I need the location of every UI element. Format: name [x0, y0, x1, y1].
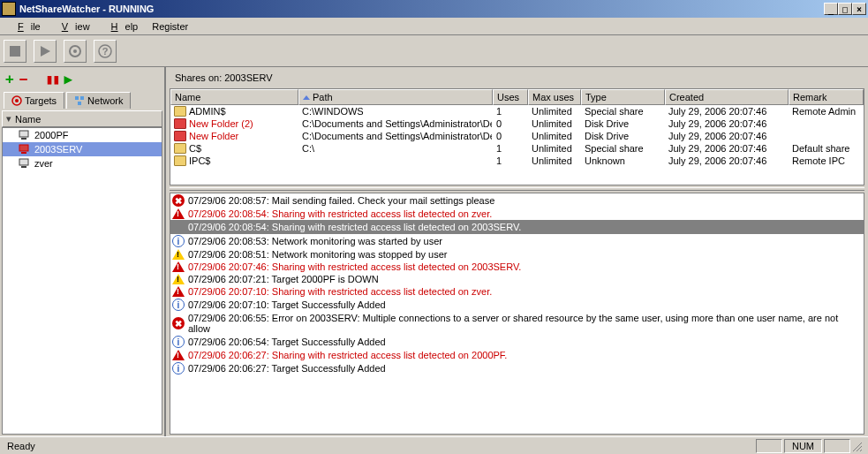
cell-path: C:\Documents and Settings\Administrator\… — [298, 130, 493, 142]
log-row[interactable]: ✖07/29/06 20:06:55: Error on 2003SERV: M… — [170, 312, 864, 335]
horizontal-splitter[interactable] — [170, 187, 864, 191]
toolbar: ? — [0, 35, 868, 67]
cell-max: Unlimited — [528, 105, 581, 117]
svg-rect-11 — [19, 131, 28, 137]
log-row[interactable]: ✖07/29/06 20:08:57: Mail sending failed.… — [170, 193, 864, 208]
computer-icon — [19, 158, 31, 169]
warning-icon — [172, 274, 185, 284]
log-row[interactable]: 07/29/06 20:08:54: Sharing with restrict… — [170, 208, 864, 220]
gear-icon — [68, 44, 82, 58]
menu-register[interactable]: Register — [145, 19, 195, 34]
log-text: 07/29/06 20:06:54: Target Successfully A… — [188, 337, 386, 347]
log-panel[interactable]: ✖07/29/06 20:08:57: Mail sending failed.… — [170, 193, 864, 435]
svg-rect-9 — [80, 96, 84, 100]
log-row[interactable]: 07/29/06 20:07:21: Target 2000PF is DOWN — [170, 273, 864, 285]
cell-uses: 0 — [493, 117, 528, 130]
col-max[interactable]: Max uses — [528, 89, 581, 105]
grid-row[interactable]: IPC$1UnlimitedUnknownJuly 29, 2006 20:07… — [170, 155, 864, 167]
shares-grid[interactable]: Name Path Uses Max uses Type Created Rem… — [170, 88, 864, 185]
col-type[interactable]: Type — [581, 89, 665, 105]
play-button[interactable] — [34, 40, 57, 63]
minimize-button[interactable]: _ — [824, 3, 838, 15]
pause-target-button[interactable]: ▮▮ — [45, 71, 58, 87]
cell-type: Unknown — [581, 155, 665, 167]
log-row[interactable]: 07/29/06 20:06:27: Sharing with restrict… — [170, 349, 864, 361]
cell-name: ADMIN$ — [170, 105, 298, 117]
menu-file[interactable]: File — [4, 19, 48, 34]
tab-network[interactable]: Network — [66, 92, 131, 109]
sort-indicator-icon: ▾ — [6, 113, 11, 125]
maximize-button[interactable]: □ — [838, 3, 852, 15]
svg-marker-1 — [41, 46, 50, 57]
svg-text:?: ? — [102, 46, 109, 57]
grid-row[interactable]: C$C:\1UnlimitedSpecial shareJuly 29, 200… — [170, 142, 864, 155]
tab-network-label: Network — [87, 95, 123, 106]
right-panel: Shares on: 2003SERV Name Path Uses Max u… — [166, 67, 868, 436]
grid-row[interactable]: New Folder (2)C:\Documents and Settings\… — [170, 117, 864, 130]
error-icon: ✖ — [172, 194, 185, 207]
cell-name: New Folder (2) — [170, 117, 298, 130]
tab-targets[interactable]: Targets — [4, 92, 64, 109]
cell-remark — [789, 117, 864, 130]
sort-asc-icon — [303, 95, 310, 100]
cell-name: New Folder — [170, 130, 298, 142]
grid-row[interactable]: ADMIN$C:\WINDOWS1UnlimitedSpecial shareJ… — [170, 105, 864, 117]
cell-max: Unlimited — [528, 155, 581, 167]
cell-created: July 29, 2006 20:07:46 — [665, 142, 789, 155]
menu-view[interactable]: View — [48, 19, 97, 34]
play-target-button[interactable]: ▶ — [64, 71, 73, 87]
tree-item[interactable]: 2000PF — [3, 128, 162, 142]
grid-row[interactable]: New FolderC:\Documents and Settings\Admi… — [170, 130, 864, 142]
svg-rect-12 — [21, 138, 26, 140]
col-name[interactable]: Name — [170, 89, 298, 105]
log-row[interactable]: 07/29/06 20:08:51: Network monitoring wa… — [170, 248, 864, 261]
svg-point-3 — [73, 49, 77, 53]
cell-created: July 29, 2006 20:07:46 — [665, 117, 789, 130]
add-target-button[interactable]: + — [5, 71, 14, 87]
settings-button[interactable] — [64, 40, 87, 63]
log-row[interactable]: 07/29/06 20:07:46: Sharing with restrict… — [170, 261, 864, 273]
log-text: 07/29/06 20:08:54: Sharing with restrict… — [188, 208, 492, 219]
cell-name: IPC$ — [170, 155, 298, 167]
svg-rect-10 — [78, 102, 81, 105]
log-row[interactable]: i07/29/06 20:07:10: Target Successfully … — [170, 298, 864, 312]
remove-target-button[interactable]: − — [19, 71, 28, 87]
cell-type: Disk Drive — [581, 117, 665, 130]
log-row[interactable]: 07/29/06 20:07:10: Sharing with restrict… — [170, 285, 864, 298]
cell-type: Disk Drive — [581, 130, 665, 142]
titlebar[interactable]: NetShareWatcher - RUNNING _ □ × — [0, 0, 868, 18]
help-button[interactable]: ? — [94, 40, 117, 63]
alert-icon — [172, 261, 185, 272]
stop-button[interactable] — [4, 40, 26, 63]
computer-icon — [19, 144, 31, 155]
folder-icon — [174, 143, 186, 154]
log-text: 07/29/06 20:07:46: Sharing with restrict… — [188, 261, 521, 272]
log-row[interactable]: i07/29/06 20:08:53: Network monitoring w… — [170, 234, 864, 248]
resize-grip[interactable] — [850, 440, 864, 452]
info-icon: i — [172, 362, 185, 375]
target-toolbar: + − ▮▮ ▶ — [0, 67, 164, 90]
cell-type: Special share — [581, 142, 665, 155]
log-text: 07/29/06 20:06:27: Sharing with restrict… — [188, 350, 507, 360]
grip-icon — [850, 440, 863, 452]
col-uses[interactable]: Uses — [493, 89, 528, 105]
menu-help[interactable]: Help — [97, 19, 146, 34]
status-cell-3 — [824, 439, 850, 453]
col-created[interactable]: Created — [665, 89, 789, 105]
tree-header-label: Name — [15, 114, 41, 125]
log-row[interactable]: 07/29/06 20:08:54: Sharing with restrict… — [170, 220, 864, 234]
col-path[interactable]: Path — [298, 89, 493, 105]
tree-header[interactable]: ▾ Name — [2, 110, 162, 127]
log-row[interactable]: i07/29/06 20:06:54: Target Successfully … — [170, 335, 864, 349]
log-row[interactable]: i07/29/06 20:06:27: Target Successfully … — [170, 361, 864, 375]
col-remark[interactable]: Remark — [789, 89, 864, 105]
info-icon: i — [172, 336, 185, 348]
tree-item[interactable]: zver — [3, 156, 162, 170]
target-tree[interactable]: 2000PF2003SERVzver — [2, 127, 162, 435]
log-text: 07/29/06 20:06:55: Error on 2003SERV: Mu… — [188, 313, 862, 334]
left-tabs: Targets Network — [0, 90, 164, 110]
close-button[interactable]: × — [852, 3, 866, 15]
svg-rect-16 — [21, 166, 26, 168]
tree-item[interactable]: 2003SERV — [3, 142, 162, 156]
cell-created: July 29, 2006 20:07:46 — [665, 155, 789, 167]
